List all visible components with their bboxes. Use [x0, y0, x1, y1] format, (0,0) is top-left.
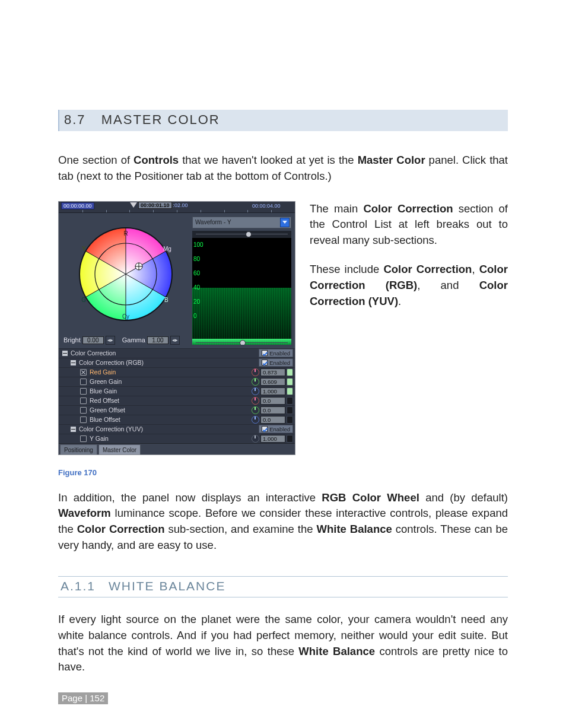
- knob-icon[interactable]: [252, 416, 259, 424]
- value-input[interactable]: 0.0: [260, 406, 285, 414]
- wheel-label-g: G: [81, 297, 86, 303]
- knob-icon[interactable]: [252, 397, 259, 405]
- status-led-icon: [287, 397, 293, 405]
- waveform-display: 100 80 60 40 20 0: [192, 231, 291, 345]
- status-led-icon: [287, 368, 293, 376]
- param-marker-icon[interactable]: [80, 369, 87, 376]
- row-red-gain[interactable]: Red Gain 0.873: [59, 367, 295, 377]
- value-input[interactable]: 0.0: [260, 416, 285, 424]
- scope-mode-label: Waveform - Y: [195, 219, 231, 225]
- slider-thumb-icon[interactable]: [240, 340, 246, 345]
- color-wheel-pane: R Mg B Cy G Y Bright 0.00 ◂▸ Gamma 1.00: [59, 213, 192, 348]
- checkbox-icon[interactable]: [262, 360, 268, 365]
- status-led-icon: [287, 416, 293, 424]
- scope-tick-100: 100: [193, 241, 203, 248]
- bright-label: Bright: [63, 336, 81, 344]
- figure-caption: Figure 170: [58, 468, 508, 477]
- wheel-label-mg: Mg: [163, 246, 171, 252]
- row-label: Y Gain: [90, 435, 252, 442]
- master-color-panel-screenshot: 00:00:00.00 00:00:01.10 :02.00 00:00:04.…: [58, 201, 295, 455]
- row-color-correction-yuv[interactable]: Color Correction (YUV) Enabled: [59, 424, 295, 434]
- wheel-label-b: B: [164, 297, 168, 303]
- scope-tick-60: 60: [193, 270, 200, 276]
- scope-intensity-slider[interactable]: [192, 231, 291, 239]
- side-paragraph-2: These include Color Correction, Color Co…: [310, 262, 508, 309]
- scope-position-slider[interactable]: [192, 340, 291, 345]
- intro-paragraph: One section of Controls that we haven't …: [58, 152, 508, 185]
- value-input[interactable]: 0.0: [260, 397, 285, 405]
- value-input[interactable]: 0.873: [260, 368, 285, 376]
- bottom-tabs: Positioning Master Color: [59, 443, 295, 454]
- row-blue-offset[interactable]: Blue Offset 0.0: [59, 415, 295, 424]
- row-green-offset[interactable]: Green Offset 0.0: [59, 405, 295, 415]
- dropdown-arrow-icon[interactable]: [280, 218, 290, 227]
- value-input[interactable]: 1.000: [260, 387, 285, 395]
- row-blue-gain[interactable]: Blue Gain 1.000: [59, 386, 295, 396]
- side-paragraph-1: The main Color Correction section of the…: [310, 201, 508, 249]
- row-red-offset[interactable]: Red Offset 0.0: [59, 396, 295, 405]
- section-heading: 8.7 MASTER COLOR: [58, 110, 508, 131]
- row-y-gain[interactable]: Y Gain 1.000: [59, 434, 295, 443]
- enabled-toggle[interactable]: Enabled: [259, 349, 293, 357]
- knob-icon[interactable]: [252, 368, 259, 376]
- slider-thumb-icon[interactable]: [246, 231, 252, 237]
- section-number: 8.7: [64, 112, 86, 127]
- control-list: Color Correction Enabled Color Correctio…: [59, 348, 295, 443]
- knob-icon[interactable]: [252, 378, 259, 386]
- row-label: Color Correction (RGB): [79, 359, 259, 366]
- expand-toggle-icon[interactable]: [71, 427, 76, 432]
- param-marker-icon[interactable]: [80, 388, 87, 395]
- status-led-icon: [287, 435, 293, 443]
- tab-positioning[interactable]: Positioning: [60, 444, 97, 454]
- param-marker-icon[interactable]: [80, 398, 87, 404]
- wheel-label-y: Y: [82, 246, 86, 252]
- rgb-color-wheel[interactable]: R Mg B Cy G Y: [75, 224, 176, 325]
- wheel-label-cy: Cy: [122, 313, 129, 320]
- knob-icon[interactable]: [252, 406, 259, 414]
- gamma-value-input[interactable]: 1.00: [147, 336, 168, 344]
- row-label: Red Offset: [90, 397, 252, 404]
- subsection-number: A.1.1: [61, 579, 96, 593]
- waveform-scope-pane: Waveform - Y 100 80 60 40 20 0: [192, 213, 295, 348]
- param-marker-icon[interactable]: [80, 407, 87, 414]
- white-balance-paragraph: If every light source on the planet were…: [58, 612, 508, 675]
- value-input[interactable]: 1.000: [260, 435, 285, 443]
- expand-toggle-icon[interactable]: [71, 360, 76, 365]
- row-color-correction-rgb[interactable]: Color Correction (RGB) Enabled: [59, 358, 295, 367]
- row-label: Blue Gain: [90, 387, 252, 395]
- gamma-stepper-icon[interactable]: ◂▸: [170, 336, 180, 345]
- knob-icon[interactable]: [252, 387, 259, 395]
- row-color-correction[interactable]: Color Correction Enabled: [59, 348, 295, 358]
- expand-toggle-icon[interactable]: [62, 351, 68, 356]
- page-footer: Page | 152: [58, 692, 108, 704]
- scope-mode-dropdown[interactable]: Waveform - Y: [192, 217, 291, 228]
- value-input[interactable]: 0.609: [260, 378, 285, 386]
- knob-icon[interactable]: [252, 435, 259, 443]
- paragraph-after-figure: In addition, the panel now displays an i…: [58, 490, 508, 554]
- status-led-icon: [287, 378, 293, 386]
- checkbox-icon[interactable]: [262, 426, 268, 432]
- row-label: Color Correction (YUV): [79, 425, 259, 433]
- bright-stepper-icon[interactable]: ◂▸: [106, 336, 115, 345]
- param-marker-icon[interactable]: [80, 435, 87, 442]
- row-label: Green Gain: [90, 378, 252, 385]
- gamma-label: Gamma: [122, 336, 145, 344]
- wheel-label-r: R: [123, 230, 128, 237]
- enabled-toggle[interactable]: Enabled: [259, 358, 293, 367]
- row-label: Blue Offset: [90, 416, 252, 423]
- row-green-gain[interactable]: Green Gain 0.609: [59, 377, 295, 386]
- timeline-ruler[interactable]: 00:00:00.00 00:00:01.10 :02.00 00:00:04.…: [59, 202, 295, 213]
- subsection-heading: A.1.1 WHITE BALANCE: [58, 576, 508, 597]
- param-marker-icon[interactable]: [80, 417, 87, 423]
- enabled-toggle[interactable]: Enabled: [259, 425, 293, 433]
- right-column-text: The main Color Correction section of the…: [310, 201, 508, 455]
- tab-master-color[interactable]: Master Color: [98, 444, 141, 454]
- param-marker-icon[interactable]: [80, 379, 87, 385]
- section-title: MASTER COLOR: [101, 112, 220, 127]
- status-led-icon: [287, 406, 293, 414]
- row-label: Color Correction: [71, 349, 259, 357]
- bright-value-input[interactable]: 0.00: [82, 336, 104, 344]
- status-led-icon: [287, 387, 293, 395]
- checkbox-icon[interactable]: [262, 350, 268, 356]
- row-label: Red Gain: [90, 368, 252, 376]
